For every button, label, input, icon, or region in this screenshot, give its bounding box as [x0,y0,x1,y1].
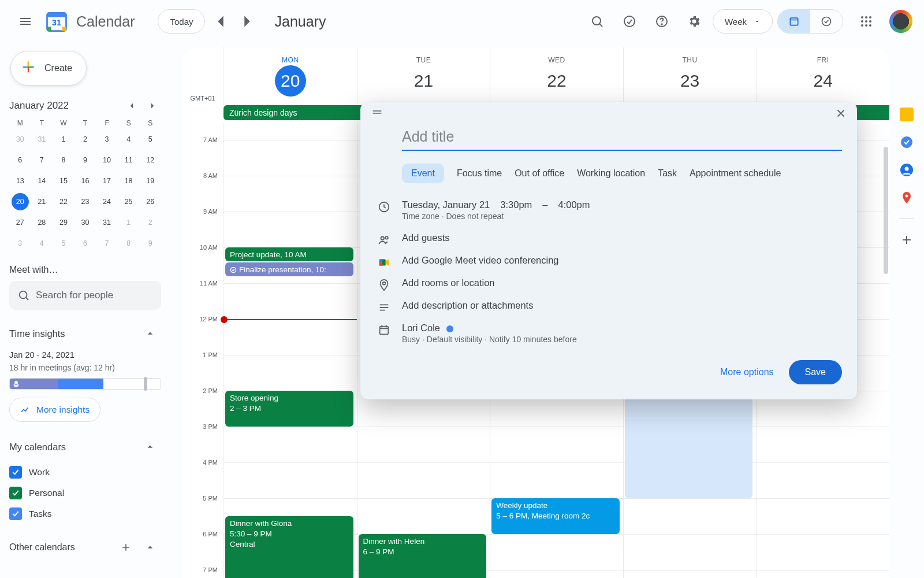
mini-day-cell[interactable]: 3 [12,235,29,252]
mini-day-cell[interactable]: 10 [98,151,116,169]
tasks-icon[interactable] [900,135,914,149]
event-owner-meta[interactable]: Busy · Default visibility · Notify 10 mi… [402,335,577,344]
account-avatar[interactable] [889,10,912,33]
mini-day-cell[interactable]: 13 [12,172,29,190]
day-header[interactable]: WED22 [490,47,623,105]
mini-day-cell[interactable]: 3 [98,131,116,148]
day-header[interactable]: THU23 [623,47,757,105]
status-icon[interactable] [616,8,643,35]
mini-day-cell[interactable]: 9 [141,235,159,252]
event-title-input[interactable] [402,124,842,151]
mini-day-cell[interactable]: 21 [33,193,50,210]
mini-day-cell[interactable]: 1 [120,214,137,231]
mini-day-cell[interactable]: 18 [120,172,137,190]
date-chip[interactable]: 24 [807,65,839,97]
mini-day-cell[interactable]: 31 [98,214,116,231]
save-button[interactable]: Save [789,360,842,384]
event-weekly-update[interactable]: Weekly update5 – 6 PM, Meeting room 2c [491,498,620,534]
date-chip[interactable]: 22 [541,65,572,97]
mini-day-cell[interactable]: 17 [98,172,116,190]
search-icon[interactable] [583,8,611,35]
mini-day-cell[interactable]: 8 [55,151,72,169]
mini-day-cell[interactable]: 12 [141,151,159,169]
day-header[interactable]: MON20 [223,47,357,105]
date-chip[interactable]: 21 [408,65,439,97]
add-addon-icon[interactable] [900,233,914,247]
drag-handle-icon[interactable] [371,106,383,121]
view-selector[interactable]: Week [713,9,773,34]
mini-day-cell[interactable]: 15 [55,172,72,190]
mini-day-cell[interactable]: 5 [55,235,72,252]
calendar-checkbox[interactable] [9,466,22,479]
mini-day-cell[interactable]: 23 [76,193,94,210]
mini-day-cell[interactable]: 8 [120,235,137,252]
keep-icon[interactable] [900,108,914,121]
event-type-tab[interactable]: Appointment schedule [690,164,781,183]
create-button[interactable]: Create [10,51,87,86]
event-dinner-helen[interactable]: Dinner with Helen6 – 9 PM [359,534,487,578]
mini-day-cell[interactable]: 1 [55,131,72,148]
mini-day-cell[interactable]: 24 [98,193,116,210]
mini-day-cell[interactable]: 27 [12,214,29,231]
mini-day-cell[interactable]: 4 [33,235,50,252]
mini-day-cell[interactable]: 31 [33,131,50,148]
calendar-row[interactable]: Personal [9,487,161,499]
mini-day-cell[interactable]: 30 [76,214,94,231]
mini-next-button[interactable] [144,97,161,114]
close-popup-button[interactable] [830,103,851,124]
mini-day-cell[interactable]: 19 [141,172,159,190]
event-type-tab[interactable]: Task [658,164,677,183]
more-insights-button[interactable]: More insights [9,398,100,422]
day-column[interactable]: Project update, 10 AMFinalize presentati… [223,123,357,578]
mini-day-cell[interactable]: 9 [76,151,94,169]
today-button[interactable]: Today [158,9,205,34]
mini-day-cell[interactable]: 30 [12,131,29,148]
prev-period-button[interactable] [210,10,232,32]
mini-day-cell[interactable]: 5 [141,131,159,148]
mini-day-cell[interactable]: 14 [33,172,50,190]
mini-day-cell[interactable]: 6 [12,151,29,169]
event-date[interactable]: Tuesday, January 21 [402,199,490,210]
mini-day-cell[interactable]: 22 [55,193,72,210]
calendar-row[interactable]: Tasks [9,507,161,520]
mini-day-cell[interactable]: 28 [33,214,50,231]
scrollbar[interactable] [884,147,888,274]
help-icon[interactable] [648,8,676,35]
main-menu-icon[interactable] [12,8,39,35]
event-type-tab[interactable]: Working location [577,164,645,183]
event-dinner-gloria[interactable]: Dinner with Gloria5:30 – 9 PMCentral [225,516,353,578]
add-other-calendar-button[interactable] [115,536,137,558]
date-chip[interactable]: 20 [275,65,306,97]
settings-icon[interactable] [680,8,708,35]
mini-day-cell[interactable]: 2 [141,214,159,231]
contacts-icon[interactable] [900,163,914,177]
event-start-time[interactable]: 3:30pm [500,199,532,210]
add-location-button[interactable]: Add rooms or location [402,277,495,288]
mini-prev-button[interactable] [123,97,140,114]
time-insights-collapse[interactable] [139,323,161,344]
event-finalize[interactable]: Finalize presentation, 10: [225,262,353,276]
event-type-tab[interactable]: Focus time [457,164,502,183]
calendar-row[interactable]: Work [9,466,161,479]
mini-day-cell[interactable]: 26 [141,193,159,210]
next-period-button[interactable] [236,10,258,32]
event-project-update[interactable]: Project update, 10 AM [225,247,353,261]
event-end-time[interactable]: 4:00pm [558,199,590,210]
other-calendars-collapse[interactable] [139,536,161,558]
mini-day-cell[interactable]: 2 [76,131,94,148]
search-people-input[interactable]: Search for people [9,281,161,310]
mini-day-cell[interactable]: 29 [55,214,72,231]
tasks-view-toggle[interactable] [810,10,843,33]
mini-day-cell[interactable]: 16 [76,172,94,190]
event-tz-repeat[interactable]: Time zone · Does not repeat [402,212,590,221]
calendar-view-toggle[interactable] [778,10,810,33]
mini-day-cell[interactable]: 7 [33,151,50,169]
my-calendars-collapse[interactable] [139,436,161,458]
maps-icon[interactable] [900,191,914,205]
day-header[interactable]: TUE21 [357,47,490,105]
mini-day-cell[interactable]: 6 [76,235,94,252]
event-type-tab[interactable]: Event [402,164,444,183]
mini-day-cell[interactable]: 4 [120,131,137,148]
mini-day-cell[interactable]: 25 [120,193,137,210]
event-type-tab[interactable]: Out of office [515,164,564,183]
